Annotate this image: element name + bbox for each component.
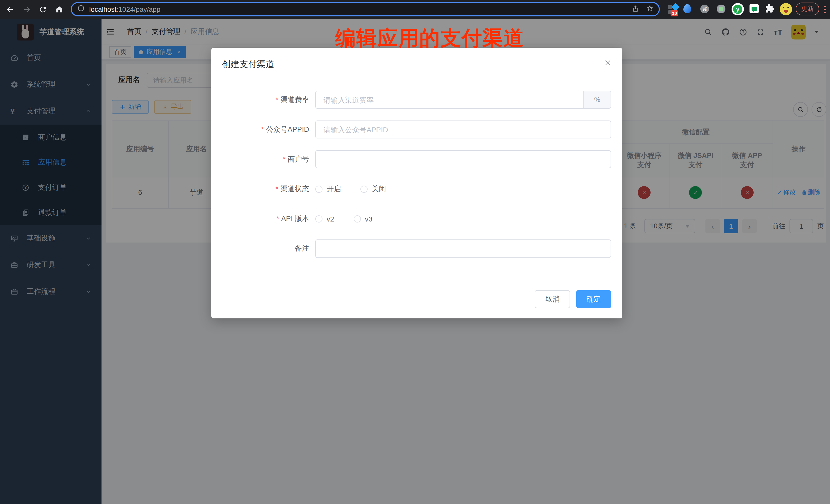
reload-icon[interactable]	[38, 5, 47, 14]
chrome-update-button[interactable]: 更新	[796, 3, 819, 15]
form-row-remark: 备注	[211, 240, 611, 258]
radio-icon	[315, 215, 322, 222]
url-text: localhost:1024/pay/app	[89, 5, 160, 13]
merchant-id-input[interactable]	[315, 150, 611, 168]
radio-api-v3[interactable]: v3	[354, 215, 373, 223]
profile-avatar-icon[interactable]	[780, 3, 792, 15]
radio-icon	[360, 185, 368, 192]
percent-suffix: %	[583, 91, 611, 108]
bookmark-star-icon[interactable]	[646, 4, 653, 14]
field-label: 公众号APPID	[211, 125, 309, 134]
forward-icon[interactable]	[23, 5, 31, 14]
extension-tabs-icon[interactable]: 10	[668, 4, 679, 15]
field-label: API 版本	[211, 214, 309, 223]
back-icon[interactable]	[6, 5, 14, 14]
field-label: 渠道状态	[211, 184, 309, 194]
field-label: 备注	[211, 244, 309, 253]
field-label: 渠道费率	[211, 95, 309, 104]
dialog-form: 渠道费率 % 公众号APPID 商户号 渠道状态	[211, 91, 611, 270]
cancel-button[interactable]: 取消	[535, 290, 570, 308]
app-viewport: 芋道管理系统 首页 系统管理 ¥ 支付管理	[0, 19, 830, 504]
form-row-fee-rate: 渠道费率 %	[211, 91, 611, 109]
extension-badge: 10	[671, 10, 678, 17]
field-label: 商户号	[211, 155, 309, 164]
form-row-api-version: API 版本 v2 v3	[211, 210, 611, 228]
extension-balloon-icon[interactable]	[683, 4, 691, 13]
extension-command-icon[interactable]: ⌘	[700, 5, 709, 13]
radio-icon	[315, 185, 322, 192]
radio-icon	[354, 215, 361, 222]
dialog-title: 创建支付渠道	[222, 58, 274, 70]
site-info-icon[interactable]	[77, 5, 85, 14]
share-icon[interactable]	[632, 4, 639, 14]
radio-api-v2[interactable]: v2	[315, 215, 334, 223]
extension-dot-icon[interactable]	[717, 5, 726, 13]
fee-rate-input[interactable]	[316, 91, 583, 108]
form-row-merchant-id: 商户号	[211, 150, 611, 168]
remark-input[interactable]	[315, 240, 611, 258]
appid-input[interactable]	[315, 121, 611, 138]
browser-toolbar: localhost:1024/pay/app 10 ⌘	[0, 0, 830, 19]
extension-y-icon[interactable]: y	[732, 3, 744, 15]
form-row-channel-status: 渠道状态 开启 关闭	[211, 180, 611, 198]
confirm-button[interactable]: 确定	[576, 290, 611, 308]
home-icon[interactable]	[55, 5, 64, 14]
form-row-appid: 公众号APPID	[211, 121, 611, 138]
annotation-text: 编辑应用的支付渠道	[335, 24, 524, 52]
radio-status-closed[interactable]: 关闭	[360, 184, 386, 194]
create-pay-channel-dialog: 创建支付渠道 渠道费率 % 公众号APPID 商户号	[211, 48, 622, 318]
extension-chat-icon[interactable]	[749, 4, 759, 13]
extensions-puzzle-icon[interactable]	[765, 4, 775, 13]
browser-menu-icon[interactable]	[824, 4, 826, 14]
url-bar[interactable]: localhost:1024/pay/app	[71, 2, 660, 17]
close-icon[interactable]	[604, 59, 612, 67]
radio-status-open[interactable]: 开启	[315, 184, 341, 194]
screen: localhost:1024/pay/app 10 ⌘	[0, 0, 830, 504]
